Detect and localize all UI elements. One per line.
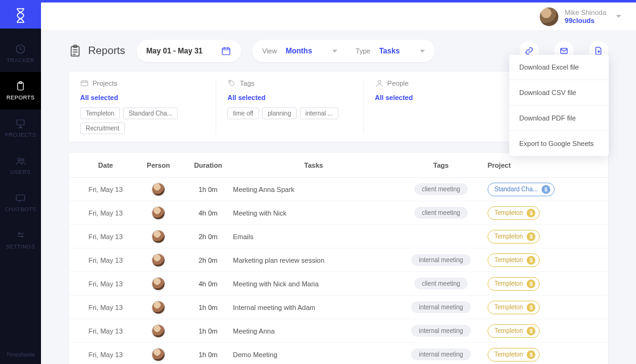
view-value: Months bbox=[286, 47, 312, 55]
table-row[interactable]: Fri, May 131h 0mMeeting Annainternal mee… bbox=[69, 319, 608, 343]
sidebar-item-projects[interactable]: PROJECTS bbox=[0, 109, 41, 147]
date-range-picker[interactable]: May 01 - May 31 bbox=[137, 40, 242, 62]
app-logo[interactable] bbox=[0, 0, 41, 29]
cell-project: Templeton$ bbox=[488, 348, 575, 362]
chevron-down-icon bbox=[332, 50, 337, 53]
cell-duration: 1h 0m bbox=[183, 327, 233, 335]
svg-rect-6 bbox=[16, 195, 25, 201]
avatar bbox=[540, 7, 558, 26]
filter-col-tags: TagsAll selectedtime offplanninginternal… bbox=[216, 79, 363, 134]
date-range-text: May 01 - May 31 bbox=[147, 47, 203, 55]
sidebar-item-label: CHATBOTS bbox=[5, 206, 37, 212]
cell-duration: 2h 0m bbox=[183, 257, 233, 264]
cell-tags: client meeting bbox=[394, 278, 488, 289]
cell-person bbox=[134, 206, 183, 220]
sidebar-item-tracker[interactable]: TRACKER bbox=[0, 35, 41, 72]
dollar-icon: $ bbox=[527, 350, 535, 359]
cell-tags: internal meeting bbox=[394, 254, 488, 266]
avatar bbox=[152, 230, 165, 243]
user-name: Mike Shinoda bbox=[565, 9, 606, 16]
view-selector[interactable]: View Months Type Tasks bbox=[252, 40, 434, 62]
cell-project: Templeton$ bbox=[488, 253, 575, 267]
calendar-icon bbox=[221, 46, 231, 56]
col-tasks: Tasks bbox=[233, 162, 394, 169]
cell-date: Fri, May 13 bbox=[78, 233, 134, 240]
filter-heading: Tags bbox=[227, 79, 352, 88]
cell-project: Templeton$ bbox=[488, 301, 575, 314]
cell-person bbox=[134, 183, 183, 196]
filter-chip[interactable]: planning bbox=[262, 107, 297, 119]
sidebar-item-chatbots[interactable]: CHATBOTS bbox=[0, 184, 41, 221]
cell-tags: internal meeting bbox=[394, 325, 488, 337]
cell-date: Fri, May 13 bbox=[78, 209, 134, 217]
page-heading: Reports bbox=[68, 44, 125, 58]
dollar-icon: $ bbox=[527, 209, 535, 217]
clipboard-icon bbox=[68, 44, 82, 58]
cell-task: Demo Meeting bbox=[233, 351, 394, 358]
table-row[interactable]: Fri, May 131h 0mInternal meeting with Ad… bbox=[69, 296, 608, 319]
dollar-icon: $ bbox=[527, 303, 535, 312]
sidebar-item-settings[interactable]: SETTINGS bbox=[0, 221, 41, 258]
filter-chip[interactable]: Recruitment bbox=[80, 122, 125, 134]
filter-chip[interactable]: internal ... bbox=[300, 107, 338, 119]
filter-chip[interactable]: time off bbox=[227, 107, 259, 119]
table-row[interactable]: Fri, May 132h 0mEmailsTempleton$ bbox=[69, 225, 608, 248]
cell-person bbox=[134, 348, 183, 362]
project-badge[interactable]: Templeton$ bbox=[488, 324, 540, 338]
sidebar-item-label: PROJECTS bbox=[5, 132, 36, 138]
cell-project: Standard Cha...$ bbox=[488, 183, 575, 196]
sidebar-item-label: TRACKER bbox=[6, 57, 34, 63]
users-icon bbox=[15, 155, 26, 166]
tag-badge: internal meeting bbox=[411, 325, 470, 337]
dollar-icon: $ bbox=[527, 232, 535, 241]
dollar-icon: $ bbox=[527, 280, 535, 288]
sidebar-item-reports[interactable]: REPORTS bbox=[0, 72, 41, 109]
sidebar-item-label: REPORTS bbox=[6, 94, 34, 101]
project-badge[interactable]: Standard Cha...$ bbox=[488, 183, 555, 196]
project-badge[interactable]: Templeton$ bbox=[488, 348, 540, 362]
svg-point-13 bbox=[378, 80, 381, 83]
project-badge[interactable]: Templeton$ bbox=[488, 230, 540, 243]
cell-duration: 4h 0m bbox=[183, 280, 233, 288]
svg-rect-9 bbox=[222, 48, 230, 55]
sidebar-bottom-link[interactable]: Timesheets bbox=[6, 352, 35, 364]
tag-badge: internal meeting bbox=[411, 301, 470, 313]
cell-date: Fri, May 13 bbox=[78, 304, 134, 311]
avatar bbox=[152, 324, 165, 338]
tag-badge: client meeting bbox=[414, 207, 468, 219]
filter-selected[interactable]: All selected bbox=[375, 94, 499, 101]
filter-col-projects: ProjectsAll selectedTempletonStandard Ch… bbox=[69, 79, 216, 134]
table-row[interactable]: Fri, May 134h 0mMeeting with Nickclient … bbox=[69, 201, 608, 225]
filter-chip[interactable]: Standard Cha... bbox=[123, 107, 178, 119]
table-row[interactable]: Fri, May 131h 0mDemo Meetinginternal mee… bbox=[69, 343, 608, 364]
report-table: Date Person Duration Tasks Tags Project … bbox=[68, 152, 609, 364]
table-row[interactable]: Fri, May 132h 0mMarketing plan review se… bbox=[69, 248, 608, 272]
filter-selected[interactable]: All selected bbox=[80, 94, 204, 101]
mail-icon bbox=[560, 47, 568, 55]
svg-point-5 bbox=[22, 159, 24, 162]
export-option[interactable]: Download Excel file bbox=[509, 55, 609, 80]
table-row[interactable]: Fri, May 131h 0mMeeting Anna Sparkclient… bbox=[69, 178, 608, 201]
sidebar-item-users[interactable]: USERS bbox=[0, 147, 41, 184]
tag-badge: client meeting bbox=[414, 183, 468, 195]
export-option[interactable]: Download CSV file bbox=[509, 80, 609, 106]
cell-project: Templeton$ bbox=[488, 277, 575, 291]
filter-chip[interactable]: Templeton bbox=[80, 107, 120, 119]
table-header: Date Person Duration Tasks Tags Project bbox=[69, 153, 608, 178]
project-badge[interactable]: Templeton$ bbox=[488, 206, 540, 220]
cell-task: Meeting Anna Spark bbox=[233, 186, 394, 193]
project-badge[interactable]: Templeton$ bbox=[488, 277, 540, 291]
clock-icon bbox=[15, 43, 26, 55]
filter-selected[interactable]: All selected bbox=[227, 94, 352, 101]
cell-person bbox=[134, 277, 183, 291]
hourglass-icon bbox=[14, 7, 27, 24]
table-row[interactable]: Fri, May 134h 0mMeeting with Nick and Ma… bbox=[69, 272, 608, 296]
export-option[interactable]: Export to Google Sheets bbox=[509, 131, 609, 156]
project-badge[interactable]: Templeton$ bbox=[488, 301, 540, 314]
filter-icon bbox=[375, 79, 384, 88]
export-option[interactable]: Download PDF file bbox=[509, 106, 609, 131]
col-date: Date bbox=[78, 162, 134, 169]
user-menu[interactable]: Mike Shinoda 99clouds bbox=[540, 7, 621, 26]
project-badge[interactable]: Templeton$ bbox=[488, 253, 540, 267]
filter-col-people: PeopleAll selected bbox=[364, 79, 511, 134]
